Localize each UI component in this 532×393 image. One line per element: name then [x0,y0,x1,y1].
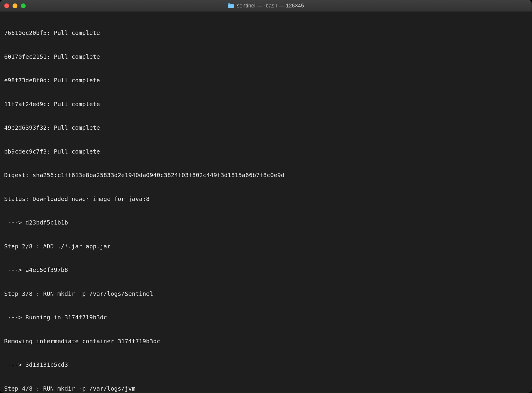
terminal-window: sentinel — -bash — 126×45 76610ec20bf5: … [0,0,532,393]
output-line: ---> 3d13131b5cd3 [4,361,528,369]
output-line: 49e2d6393f32: Pull complete [4,124,528,132]
output-line: ---> a4ec50f397b8 [4,266,528,274]
window-title-container: sentinel — -bash — 126×45 [228,2,304,9]
output-line: ---> Running in 3174f719b3dc [4,314,528,322]
output-line: 76610ec20bf5: Pull complete [4,29,528,37]
output-line: ---> d23bdf5b1b1b [4,219,528,227]
folder-icon [228,3,234,9]
close-button[interactable] [4,3,9,8]
maximize-button[interactable] [21,3,26,8]
minimize-button[interactable] [13,3,18,8]
output-line: Status: Downloaded newer image for java:… [4,195,528,203]
traffic-lights [4,3,26,8]
output-line: Step 2/8 : ADD ./*.jar app.jar [4,242,528,250]
output-line: Step 4/8 : RUN mkdir -p /var/logs/jvm [4,385,528,393]
output-line: Step 3/8 : RUN mkdir -p /var/logs/Sentin… [4,290,528,298]
output-line: 60170fec2151: Pull complete [4,53,528,61]
titlebar: sentinel — -bash — 126×45 [0,0,532,12]
output-line: e98f73de8f0d: Pull complete [4,77,528,85]
output-line: 11f7af24ed9c: Pull complete [4,100,528,108]
output-line: Digest: sha256:c1ff613e8ba25833d2e1940da… [4,171,528,180]
output-line: bb9cdec9c7f3: Pull complete [4,148,528,156]
terminal-body[interactable]: 76610ec20bf5: Pull complete 60170fec2151… [0,12,532,393]
output-line: Removing intermediate container 3174f719… [4,337,528,345]
window-title: sentinel — -bash — 126×45 [237,2,304,9]
